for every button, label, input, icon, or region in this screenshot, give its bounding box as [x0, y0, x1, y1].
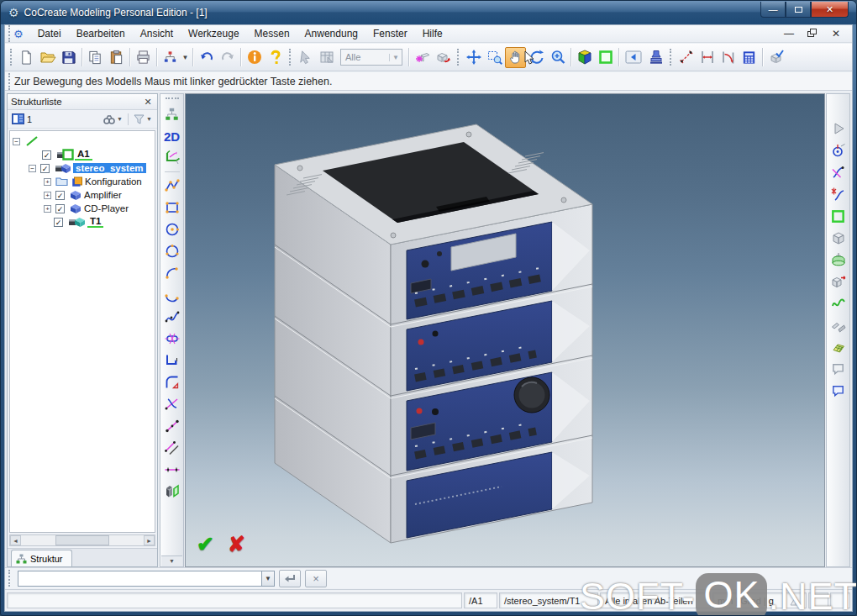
tree-label-a1[interactable]: A1: [75, 149, 92, 161]
menu-fenster[interactable]: Fenster: [365, 26, 415, 41]
arc-button[interactable]: [162, 263, 182, 283]
toolbar-grip[interactable]: [10, 49, 13, 66]
confirm-check-icon[interactable]: ✔: [197, 532, 214, 556]
redo-button[interactable]: [217, 47, 238, 68]
arc-tangent-button[interactable]: [162, 285, 182, 305]
expander-plus-icon[interactable]: +: [44, 192, 51, 199]
move-part-button[interactable]: [433, 47, 454, 68]
mdi-restore-icon[interactable]: [805, 27, 820, 39]
dynamic-relations-button[interactable]: [412, 47, 433, 68]
open-file-button[interactable]: [37, 47, 58, 68]
extrude-2d-button[interactable]: [162, 482, 182, 502]
tree-label-konfiguration[interactable]: Konfiguration: [82, 176, 145, 187]
command-enter-button[interactable]: [279, 570, 301, 587]
menu-messen[interactable]: Messen: [247, 26, 297, 41]
structure-config-dropdown[interactable]: ▼: [181, 47, 190, 68]
tree-row-amplifier[interactable]: + ✓ Amplifier: [10, 188, 155, 202]
circle-3pt-button[interactable]: [162, 241, 182, 261]
list-index-icon[interactable]: [10, 112, 25, 127]
toolbar-scroll-down[interactable]: ▼: [161, 555, 182, 566]
menubar-grip[interactable]: [8, 25, 11, 42]
new-file-button[interactable]: [16, 47, 37, 68]
trim-curve-button[interactable]: [162, 394, 182, 414]
menu-anwendung[interactable]: Anwendung: [297, 26, 365, 41]
circle-center-button[interactable]: [162, 219, 182, 240]
save-button[interactable]: [58, 47, 79, 68]
polyline-button[interactable]: [162, 176, 182, 196]
scroll-left-icon[interactable]: ◄: [10, 535, 21, 545]
tree-label-cd-player[interactable]: CD-Player: [81, 203, 131, 213]
measure-length-button[interactable]: [676, 47, 697, 68]
filter-icon[interactable]: [131, 112, 146, 127]
expander-plus-icon[interactable]: +: [44, 178, 51, 186]
tree-row-a1[interactable]: ✓ A1: [10, 148, 155, 161]
annotation-gray-button[interactable]: [828, 359, 849, 379]
slot-button[interactable]: [162, 329, 182, 349]
checkbox-checked-icon[interactable]: ✓: [55, 191, 65, 200]
print-button[interactable]: [133, 47, 154, 68]
binoculars-icon[interactable]: [102, 112, 117, 127]
tree-row-stereo-system[interactable]: − ✓ stereo_system: [10, 161, 155, 175]
maximize-button[interactable]: [786, 2, 811, 18]
panel-close-icon[interactable]: ✕: [142, 97, 154, 108]
menu-datei[interactable]: Datei: [30, 26, 69, 41]
zoom-window-button[interactable]: [484, 47, 505, 68]
checkbox-checked-icon[interactable]: ✓: [42, 150, 51, 160]
command-history-caret[interactable]: ▼: [261, 571, 275, 587]
2d-mode-button[interactable]: 2D: [162, 126, 182, 146]
cancel-x-icon[interactable]: ✘: [228, 532, 245, 556]
structure-panel-header[interactable]: Strukturliste ✕: [8, 94, 157, 110]
play-button[interactable]: [828, 118, 849, 139]
checkbox-checked-icon[interactable]: ✓: [55, 204, 65, 213]
selection-filter-combo[interactable]: Alle ▼: [340, 49, 402, 66]
title-bar[interactable]: ⚙ CoCreate Modeling Personal Edition - […: [1, 1, 856, 24]
tab-struktur[interactable]: Struktur: [11, 550, 72, 566]
calculator-button[interactable]: [739, 47, 760, 68]
tree-label-t1[interactable]: T1: [87, 216, 103, 228]
trim-curve-3d-button[interactable]: [828, 162, 849, 182]
turn-solid-button[interactable]: [828, 250, 849, 270]
centerline-button[interactable]: [162, 460, 182, 480]
menu-ansicht[interactable]: Ansicht: [133, 26, 181, 41]
wedge-solids-button[interactable]: [828, 315, 849, 335]
face-frame-button[interactable]: [828, 206, 849, 226]
measure-circle-button[interactable]: [828, 140, 849, 161]
box-solid-button[interactable]: [828, 228, 849, 248]
tree-row-cd-player[interactable]: + ✓ CD-Player: [10, 202, 155, 215]
filter-dropdown-caret[interactable]: ▼: [146, 116, 155, 122]
structure-config-button[interactable]: [160, 47, 181, 68]
status-assembly-field[interactable]: /A1: [464, 592, 497, 608]
fillet-button[interactable]: [162, 372, 182, 392]
measure-angle-button[interactable]: [718, 47, 739, 68]
freeform-spline-button[interactable]: [828, 293, 849, 313]
search-dropdown-caret[interactable]: ▼: [117, 116, 125, 122]
annotation-blue-button[interactable]: [828, 381, 849, 401]
verify-part-button[interactable]: [765, 47, 789, 68]
mdi-minimize-icon[interactable]: —: [781, 27, 797, 39]
parallel-line-button[interactable]: [162, 438, 182, 458]
mesh-surface-button[interactable]: [828, 337, 849, 357]
menu-bearbeiten[interactable]: Bearbeiten: [69, 26, 133, 41]
tree-label-amplifier[interactable]: Amplifier: [81, 190, 124, 200]
scroll-thumb[interactable]: [55, 535, 109, 545]
checkbox-checked-icon[interactable]: ✓: [40, 164, 50, 173]
previous-view-button[interactable]: [622, 47, 645, 68]
root-expander-icon[interactable]: −: [13, 138, 20, 145]
scroll-right-icon[interactable]: ►: [144, 535, 155, 545]
expander-plus-icon[interactable]: +: [44, 205, 51, 213]
table-view-button[interactable]: [316, 47, 337, 68]
zoom-in-button[interactable]: [547, 47, 568, 68]
tree-row-konfiguration[interactable]: + Konfiguration: [10, 175, 155, 188]
rectangle-button[interactable]: [162, 197, 182, 218]
paste-button[interactable]: [106, 47, 127, 68]
viewport-3d[interactable]: ✔ ✘: [185, 93, 825, 567]
workplane-button[interactable]: [162, 148, 182, 168]
spline-button[interactable]: [162, 307, 182, 327]
view-frame-button[interactable]: [595, 47, 616, 68]
command-clear-button[interactable]: ×: [305, 570, 327, 587]
copy-button[interactable]: [85, 47, 106, 68]
corner-button[interactable]: [162, 350, 182, 371]
info-button[interactable]: [244, 47, 265, 68]
offset-curve-button[interactable]: [828, 184, 849, 204]
tree-row-t1[interactable]: ✓ T1: [10, 215, 155, 229]
